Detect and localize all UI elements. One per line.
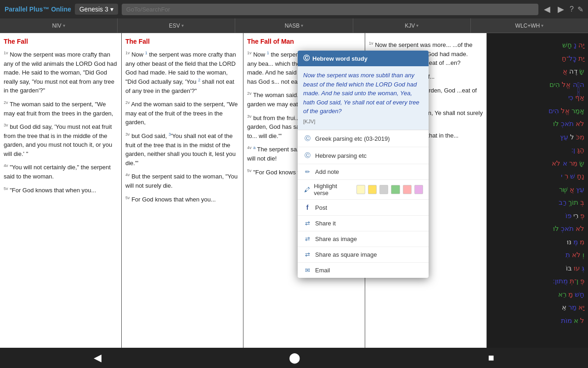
popup-item-add-note[interactable]: ✏ Add note xyxy=(298,164,429,180)
highlight-label: Highlight verse xyxy=(314,183,351,196)
popup-item-share-it[interactable]: ⇄ Share it xyxy=(298,216,429,231)
color-swatch-yellow-light[interactable] xyxy=(356,185,365,194)
popup-item-share-image[interactable]: ⇄ Share as image xyxy=(298,231,429,247)
back-button[interactable]: ◀ xyxy=(80,348,115,368)
share-image-icon: ⇄ xyxy=(303,236,311,242)
popup-header: Ⓒ Hebrew word study xyxy=(298,51,429,66)
popup-header-label: Hebrew word study xyxy=(312,55,368,62)
context-menu-popup: Ⓒ Hebrew word study Now the serpent was … xyxy=(298,51,429,278)
color-swatch-purple[interactable] xyxy=(414,185,423,194)
add-note-icon: ✏ xyxy=(303,168,311,175)
email-icon: ✉ xyxy=(303,267,311,274)
color-swatch-pink[interactable] xyxy=(403,185,412,194)
popup-item-hebrew-parsing[interactable]: Ⓒ Hebrew parsing etc xyxy=(298,147,429,164)
popup-header-icon: Ⓒ xyxy=(303,54,310,63)
post-icon: f xyxy=(303,204,311,211)
popup-verse-text: Now the serpent was more subtil than any… xyxy=(298,66,429,130)
highlight-icon: 🖍 xyxy=(303,186,311,193)
share-square-image-label: Share as square image xyxy=(315,251,377,258)
share-it-icon: ⇄ xyxy=(303,220,311,227)
share-image-label: Share as image xyxy=(315,236,357,242)
share-square-image-icon: ⇄ xyxy=(303,251,311,258)
color-swatch-green[interactable] xyxy=(391,185,400,194)
color-swatch-gray[interactable] xyxy=(379,185,388,194)
popup-item-email[interactable]: ✉ Email xyxy=(298,263,429,278)
hebrew-parsing-label: Hebrew parsing etc xyxy=(315,152,367,159)
hebrew-parsing-icon: Ⓒ xyxy=(303,151,311,160)
popup-overlay: Ⓒ Hebrew word study Now the serpent was … xyxy=(0,0,588,348)
bottom-nav-bar: ◀ ⬤ ■ xyxy=(0,348,588,368)
greek-parsing-icon: Ⓒ xyxy=(303,134,311,143)
popup-verse-source: [KJV] xyxy=(303,118,423,126)
popup-item-post[interactable]: f Post xyxy=(298,200,429,216)
popup-verse-content: Now the serpent was more subtil than any… xyxy=(303,71,423,116)
share-it-label: Share it xyxy=(315,220,336,227)
add-note-label: Add note xyxy=(315,168,339,175)
color-swatch-yellow[interactable] xyxy=(368,185,377,194)
home-button[interactable]: ⬤ xyxy=(275,348,314,368)
greek-parsing-label: Greek parsing etc (03-2019) xyxy=(315,135,390,142)
recents-button[interactable]: ■ xyxy=(475,348,508,368)
popup-item-greek-parsing[interactable]: Ⓒ Greek parsing etc (03-2019) xyxy=(298,130,429,147)
popup-item-highlight: 🖍 Highlight verse xyxy=(298,180,429,200)
post-label: Post xyxy=(315,204,327,211)
email-label: Email xyxy=(315,267,330,274)
popup-item-share-square-image[interactable]: ⇄ Share as square image xyxy=(298,247,429,263)
